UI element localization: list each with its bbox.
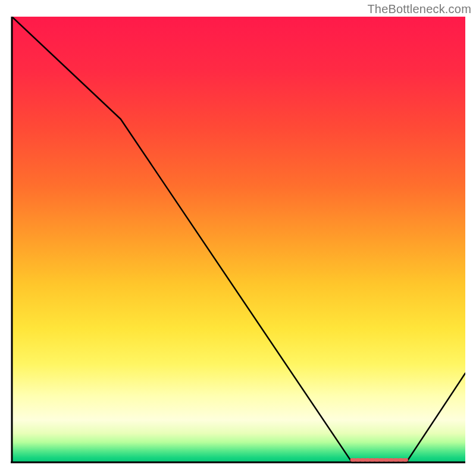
plot-gradient	[12, 17, 465, 462]
bottleneck-chart	[11, 17, 465, 469]
chart-frame: TheBottleneck.com	[0, 0, 476, 476]
watermark-label: TheBottleneck.com	[367, 2, 471, 16]
